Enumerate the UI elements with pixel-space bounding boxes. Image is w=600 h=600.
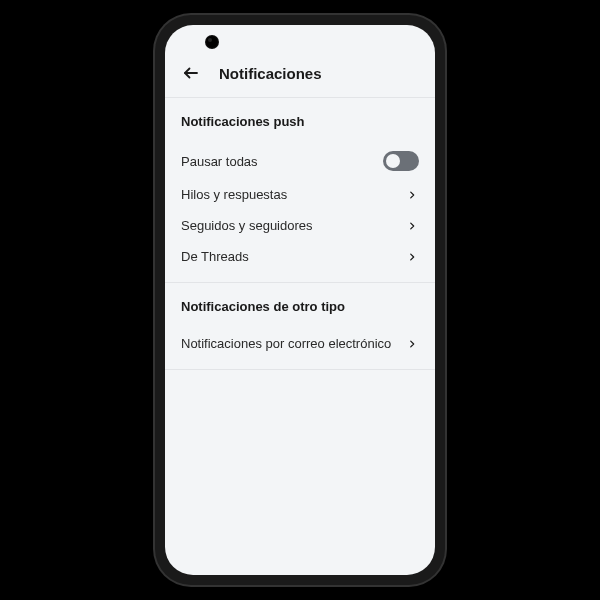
chevron-right-icon [405,188,419,202]
following-followers-row[interactable]: Seguidos y seguidores [181,210,419,241]
push-section-title: Notificaciones push [181,114,419,129]
back-button[interactable] [181,63,201,83]
page-title: Notificaciones [219,65,322,82]
following-followers-label: Seguidos y seguidores [181,218,313,233]
other-section-title: Notificaciones de otro tipo [181,299,419,314]
threads-replies-row[interactable]: Hilos y respuestas [181,179,419,210]
pause-all-toggle[interactable] [383,151,419,171]
chevron-right-icon [405,337,419,351]
chevron-right-icon [405,250,419,264]
from-threads-row[interactable]: De Threads [181,241,419,272]
from-threads-label: De Threads [181,249,249,264]
push-section: Notificaciones push Pausar todas Hilos y… [165,98,435,283]
chevron-right-icon [405,219,419,233]
screen: Notificaciones Notificaciones push Pausa… [165,25,435,575]
other-section: Notificaciones de otro tipo Notificacion… [165,283,435,370]
header-bar: Notificaciones [165,25,435,98]
pause-all-row[interactable]: Pausar todas [181,143,419,179]
email-notifications-row[interactable]: Notificaciones por correo electrónico [181,328,419,359]
email-notifications-label: Notificaciones por correo electrónico [181,336,391,351]
arrow-left-icon [182,64,200,82]
phone-frame: Notificaciones Notificaciones push Pausa… [155,15,445,585]
threads-replies-label: Hilos y respuestas [181,187,287,202]
front-camera [205,35,219,49]
pause-all-label: Pausar todas [181,154,258,169]
